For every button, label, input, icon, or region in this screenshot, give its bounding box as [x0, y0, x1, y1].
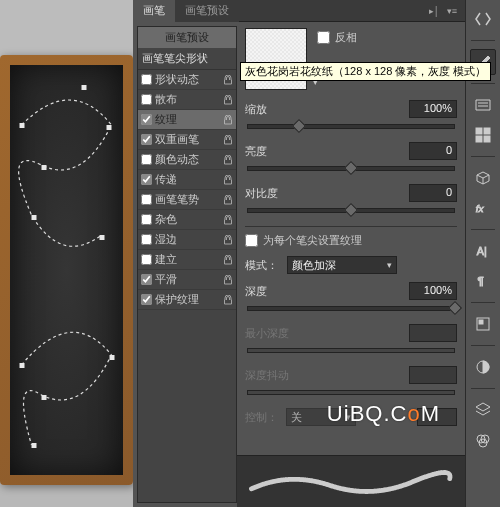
- lock-icon[interactable]: [223, 95, 233, 105]
- svg-text:fx: fx: [476, 203, 485, 214]
- stroke-preview: [237, 455, 465, 507]
- list-row-checkbox[interactable]: [141, 254, 152, 265]
- character-icon[interactable]: A|: [470, 238, 496, 264]
- list-row-checkbox[interactable]: [141, 94, 152, 105]
- brush-panel: 画笔 画笔预设 ▸│ ▾≡ 画笔预设 画笔笔尖形状 形状动态散布纹理双重画笔颜色…: [133, 0, 465, 507]
- list-row[interactable]: 传递: [138, 170, 236, 190]
- lock-icon[interactable]: [223, 235, 233, 245]
- contrast-label: 对比度: [245, 186, 305, 201]
- swatches-icon[interactable]: [470, 122, 496, 148]
- layers-panel-icon[interactable]: [470, 397, 496, 423]
- brush-presets-button[interactable]: 画笔预设: [138, 27, 236, 48]
- min-depth-label: 最小深度: [245, 326, 305, 341]
- svg-text:A|: A|: [477, 245, 487, 257]
- tab-brush[interactable]: 画笔: [133, 0, 175, 22]
- layers-icon[interactable]: [470, 92, 496, 118]
- lock-icon[interactable]: [223, 135, 233, 145]
- lock-icon[interactable]: [223, 155, 233, 165]
- lock-icon[interactable]: [223, 275, 233, 285]
- control-label: 控制：: [245, 410, 278, 425]
- list-row[interactable]: 建立: [138, 250, 236, 270]
- svg-rect-14: [484, 136, 490, 142]
- brightness-value[interactable]: 0: [409, 142, 457, 160]
- invert-checkbox[interactable]: [317, 31, 330, 44]
- list-row-label: 散布: [155, 92, 223, 107]
- list-row-checkbox[interactable]: [141, 234, 152, 245]
- list-row-label: 纹理: [155, 112, 223, 127]
- list-row-checkbox[interactable]: [141, 74, 152, 85]
- list-row-label: 双重画笔: [155, 132, 223, 147]
- scale-slider[interactable]: [247, 120, 455, 132]
- 3d-icon[interactable]: [470, 165, 496, 191]
- brightness-slider[interactable]: [247, 162, 455, 174]
- fx-icon[interactable]: fx: [470, 195, 496, 221]
- lock-icon[interactable]: [223, 255, 233, 265]
- depth-label: 深度: [245, 284, 305, 299]
- list-row-label: 画笔笔势: [155, 192, 223, 207]
- list-row-label: 形状动态: [155, 72, 223, 87]
- mode-combo[interactable]: 颜色加深: [287, 256, 397, 274]
- min-depth-slider: [247, 344, 455, 356]
- expand-panels-icon[interactable]: [470, 6, 496, 32]
- list-row[interactable]: 颜色动态: [138, 150, 236, 170]
- list-row[interactable]: 散布: [138, 90, 236, 110]
- depth-slider[interactable]: [247, 302, 455, 314]
- adjustments-icon[interactable]: [470, 354, 496, 380]
- each-tip-checkbox-row[interactable]: 为每个笔尖设置纹理: [245, 233, 457, 248]
- list-row[interactable]: 保护纹理: [138, 290, 236, 310]
- lock-icon[interactable]: [223, 195, 233, 205]
- watermark: UiBQ.CoM: [327, 401, 440, 427]
- each-tip-label: 为每个笔尖设置纹理: [263, 233, 362, 248]
- list-row-label: 保护纹理: [155, 292, 223, 307]
- svg-rect-7: [110, 355, 115, 360]
- lock-icon[interactable]: [223, 175, 233, 185]
- svg-rect-1: [82, 85, 87, 90]
- list-row-checkbox[interactable]: [141, 274, 152, 285]
- list-row-checkbox[interactable]: [141, 154, 152, 165]
- depth-jitter-slider: [247, 386, 455, 398]
- list-row[interactable]: 画笔笔势: [138, 190, 236, 210]
- lock-icon[interactable]: [223, 295, 233, 305]
- list-row-checkbox[interactable]: [141, 134, 152, 145]
- list-row-checkbox[interactable]: [141, 194, 152, 205]
- paragraph-icon[interactable]: ¶: [470, 268, 496, 294]
- tab-brush-preset[interactable]: 画笔预设: [175, 0, 239, 22]
- svg-rect-8: [42, 395, 47, 400]
- min-depth-value: [409, 324, 457, 342]
- canvas-background: [0, 0, 140, 480]
- list-row[interactable]: 形状动态: [138, 70, 236, 90]
- contrast-value[interactable]: 0: [409, 184, 457, 202]
- contrast-slider[interactable]: [247, 204, 455, 216]
- list-row-label: 平滑: [155, 272, 223, 287]
- panel-collapse-icon[interactable]: ▸│: [427, 4, 441, 18]
- texture-tooltip: 灰色花岗岩花纹纸（128 x 128 像素，灰度 模式）: [240, 62, 491, 81]
- each-tip-checkbox[interactable]: [245, 234, 258, 247]
- list-row[interactable]: 杂色: [138, 210, 236, 230]
- list-row[interactable]: 纹理: [138, 110, 236, 130]
- depth-jitter-value: [409, 366, 457, 384]
- mode-label: 模式：: [245, 258, 287, 273]
- list-row[interactable]: 平滑: [138, 270, 236, 290]
- depth-jitter-label: 深度抖动: [245, 368, 305, 383]
- lock-icon[interactable]: [223, 215, 233, 225]
- list-row-label: 传递: [155, 172, 223, 187]
- svg-rect-12: [484, 128, 490, 134]
- list-row-checkbox[interactable]: [141, 214, 152, 225]
- lock-icon[interactable]: [223, 75, 233, 85]
- svg-text:¶: ¶: [478, 274, 484, 287]
- svg-rect-0: [20, 123, 25, 128]
- list-row[interactable]: 双重画笔: [138, 130, 236, 150]
- scale-value[interactable]: 100%: [409, 100, 457, 118]
- list-row[interactable]: 湿边: [138, 230, 236, 250]
- styles-icon[interactable]: [470, 311, 496, 337]
- depth-value[interactable]: 100%: [409, 282, 457, 300]
- invert-checkbox-row[interactable]: 反相: [317, 28, 357, 45]
- lock-icon[interactable]: [223, 115, 233, 125]
- list-row-checkbox[interactable]: [141, 114, 152, 125]
- panel-menu-icon[interactable]: ▾≡: [445, 4, 459, 18]
- brush-tip-shape-row[interactable]: 画笔笔尖形状: [138, 48, 236, 70]
- list-row-checkbox[interactable]: [141, 294, 152, 305]
- chalkboard-frame: [0, 55, 133, 485]
- channels-icon[interactable]: [470, 427, 496, 453]
- list-row-checkbox[interactable]: [141, 174, 152, 185]
